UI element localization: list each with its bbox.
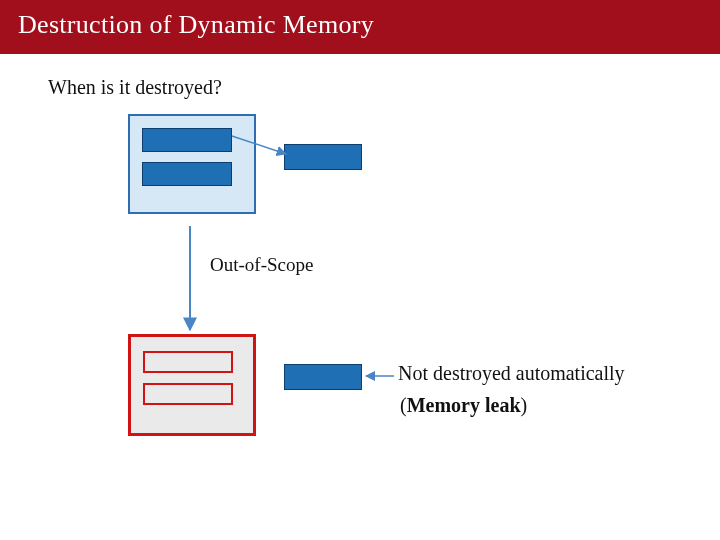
stack-var-1 bbox=[142, 128, 232, 152]
out-of-scope-label: Out-of-Scope bbox=[210, 254, 313, 276]
memory-leak-bold: Memory leak bbox=[407, 394, 521, 416]
stack-var-destroyed-2 bbox=[143, 383, 233, 405]
heap-alloc-survived bbox=[284, 364, 362, 390]
slide: Destruction of Dynamic Memory When is it… bbox=[0, 0, 720, 540]
question-text: When is it destroyed? bbox=[48, 76, 680, 99]
arrow-overlay bbox=[0, 54, 720, 540]
slide-body: When is it destroyed? Out-of-Scope Not d… bbox=[0, 54, 720, 135]
paren-close: ) bbox=[521, 394, 528, 416]
heap-alloc-live bbox=[284, 144, 362, 170]
stack-var-destroyed-1 bbox=[143, 351, 233, 373]
not-destroyed-label: Not destroyed automatically bbox=[398, 362, 625, 385]
slide-title: Destruction of Dynamic Memory bbox=[18, 10, 702, 40]
stack-var-2 bbox=[142, 162, 232, 186]
memory-leak-label: (Memory leak) bbox=[400, 394, 527, 417]
scope-box-live bbox=[128, 114, 256, 214]
paren-open: ( bbox=[400, 394, 407, 416]
slide-header: Destruction of Dynamic Memory bbox=[0, 0, 720, 54]
scope-box-destroyed bbox=[128, 334, 256, 436]
